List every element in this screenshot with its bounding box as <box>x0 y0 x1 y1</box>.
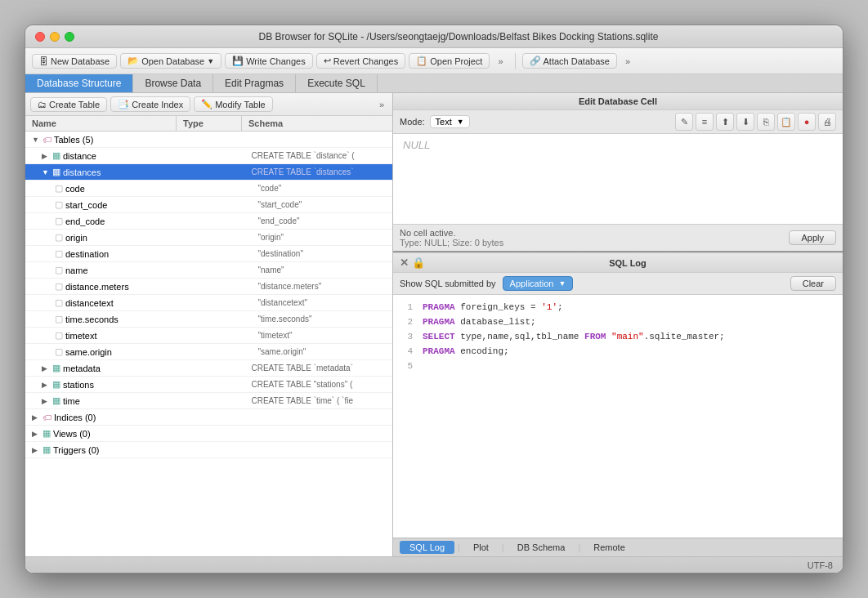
source-select[interactable]: Application ▼ <box>503 276 574 291</box>
list-item[interactable]: ▶ ▦ distance CREATE TABLE `distance` ( <box>25 148 392 164</box>
expand-icon: ▶ <box>32 446 40 454</box>
expand-icon: ▶ <box>42 397 50 405</box>
new-database-button[interactable]: 🗄 New Database <box>32 54 117 69</box>
list-item[interactable]: ▢timetext "timetext" <box>25 328 392 344</box>
cell-paste-icon[interactable]: 📋 <box>777 113 795 131</box>
attach-database-button[interactable]: 🔗 Attach Database <box>522 53 617 69</box>
left-panel: 🗂 Create Table 📑 Create Index ✏️ Modify … <box>25 93 393 556</box>
column-icon: ▢ <box>55 183 63 194</box>
create-table-button[interactable]: 🗂 Create Table <box>30 97 107 112</box>
sql-line: 2 PRAGMA database_list; <box>400 315 836 329</box>
list-item[interactable]: ▼ ▦ distances CREATE TABLE `distances` <box>25 164 392 181</box>
null-label: NULL <box>398 134 435 156</box>
traffic-lights <box>35 32 74 42</box>
views-icon: ▦ <box>43 428 51 439</box>
tab-sql-log[interactable]: SQL Log <box>400 541 454 554</box>
maximize-button[interactable] <box>65 32 74 42</box>
main-content: 🗂 Create Table 📑 Create Index ✏️ Modify … <box>25 93 843 556</box>
tab-database-structure[interactable]: Database Structure <box>25 74 133 92</box>
tree-header: Name Type Schema <box>25 116 392 132</box>
column-icon: ▢ <box>55 265 63 275</box>
expand-icon: ▼ <box>42 168 50 176</box>
folder-icon: 🏷 <box>43 135 51 145</box>
list-item[interactable]: ▢destination "destination" <box>25 246 392 262</box>
list-item[interactable]: ▢time.seconds "time.seconds" <box>25 311 392 328</box>
index-icon: 📑 <box>118 99 129 109</box>
project-icon: 📋 <box>416 56 427 66</box>
main-toolbar: 🗄 New Database 📂 Open Database ▼ 💾 Write… <box>25 48 843 74</box>
modify-icon: ✏️ <box>201 99 213 109</box>
sql-line: 1 PRAGMA foreign_keys = '1'; <box>400 300 836 315</box>
sql-log-header: ✕ 🔒 SQL Log <box>393 252 843 273</box>
list-item[interactable]: ▢end_code "end_code" <box>25 213 392 230</box>
table-icon: ▦ <box>52 363 60 373</box>
list-item[interactable]: ▢origin "origin" <box>25 230 392 246</box>
toolbar-more2-button[interactable]: » <box>620 55 635 68</box>
cell-null-icon[interactable]: ● <box>798 113 816 131</box>
column-icon: ▢ <box>55 330 63 341</box>
cell-status: No cell active. Type: NULL; Size: 0 byte… <box>393 224 843 251</box>
list-item[interactable]: ▶ ▦ Triggers (0) <box>25 442 392 458</box>
close-button[interactable] <box>35 32 45 42</box>
expand-icon: ▶ <box>32 413 40 422</box>
table-icon: ▦ <box>52 150 60 161</box>
list-item[interactable]: ▢same.origin "same.origin" <box>25 344 392 360</box>
tab-browse-data[interactable]: Browse Data <box>133 74 213 92</box>
chevron-down-icon: ▼ <box>558 279 566 288</box>
chevron-down-icon: ▼ <box>457 118 464 126</box>
mode-select[interactable]: Text ▼ <box>430 115 470 128</box>
cell-editor: Edit Database Cell Mode: Text ▼ ✎ ≡ ⬆ ⬇ … <box>393 93 843 252</box>
list-item[interactable]: ▶ 🏷 Indices (0) <box>25 409 392 426</box>
tab-remote[interactable]: Remote <box>584 541 635 554</box>
table-icon: ▦ <box>52 167 60 177</box>
window-title: DB Browser for SQLite - /Users/seongtaej… <box>84 31 833 42</box>
left-toolbar: 🗂 Create Table 📑 Create Index ✏️ Modify … <box>25 93 392 116</box>
column-icon: ▢ <box>55 199 63 210</box>
sql-line: 4 PRAGMA encoding; <box>400 344 836 359</box>
list-item[interactable]: ▼ 🏷 Tables (5) <box>25 132 392 148</box>
tab-db-schema[interactable]: DB Schema <box>508 541 575 554</box>
tab-plot[interactable]: Plot <box>463 541 499 554</box>
list-item[interactable]: ▢code "code" <box>25 181 392 197</box>
list-item[interactable]: ▶ ▦ time CREATE TABLE `time` ( `fie <box>25 393 392 409</box>
modify-table-button[interactable]: ✏️ Modify Table <box>194 96 273 112</box>
list-item[interactable]: ▶ ▦ Views (0) <box>25 426 392 442</box>
column-icon: ▢ <box>55 314 63 324</box>
toolbar-more-button[interactable]: » <box>493 55 508 68</box>
expand-icon: ▶ <box>42 381 50 389</box>
list-item[interactable]: ▶ ▦ metadata CREATE TABLE `metadata` <box>25 360 392 377</box>
table-icon: 🗂 <box>38 100 47 109</box>
status-bar: UTF-8 <box>25 556 843 573</box>
open-database-button[interactable]: 📂 Open Database ▼ <box>120 53 221 69</box>
cell-editor-toolbar: Mode: Text ▼ ✎ ≡ ⬆ ⬇ ⎘ 📋 ● 🖨 <box>393 110 843 134</box>
column-icon: ▢ <box>55 346 63 357</box>
list-item[interactable]: ▶ ▦ stations CREATE TABLE "stations" ( <box>25 377 392 393</box>
write-icon: 💾 <box>232 56 244 66</box>
cell-align-icon[interactable]: ≡ <box>696 113 714 131</box>
tab-edit-pragmas[interactable]: Edit Pragmas <box>213 74 296 92</box>
cell-import-icon[interactable]: ⬆ <box>716 113 734 131</box>
tab-execute-sql[interactable]: Execute SQL <box>296 74 378 92</box>
cell-edit-icon[interactable]: ✎ <box>675 113 693 131</box>
left-toolbar-more[interactable]: » <box>376 98 387 111</box>
main-window: DB Browser for SQLite - /Users/seongtaej… <box>25 25 843 573</box>
table-icon: ▦ <box>52 379 60 390</box>
list-item[interactable]: ▢start_code "start_code" <box>25 197 392 213</box>
cell-print-icon[interactable]: 🖨 <box>818 113 836 131</box>
clear-button[interactable]: Clear <box>790 276 836 291</box>
list-item[interactable]: ▢distance.meters "distance.meters" <box>25 279 392 295</box>
cell-export-icon[interactable]: ⬇ <box>736 113 754 131</box>
cell-editor-header: Edit Database Cell <box>393 93 843 110</box>
list-item[interactable]: ▢name "name" <box>25 262 392 279</box>
column-icon: ▢ <box>55 232 63 243</box>
list-item[interactable]: ▢distancetext "distancetext" <box>25 295 392 311</box>
minimize-button[interactable] <box>50 32 60 42</box>
apply-button[interactable]: Apply <box>789 230 836 245</box>
open-project-button[interactable]: 📋 Open Project <box>409 53 490 69</box>
revert-changes-button[interactable]: ↩ Revert Changes <box>316 53 406 69</box>
cell-copy-icon[interactable]: ⎘ <box>757 113 775 131</box>
create-index-button[interactable]: 📑 Create Index <box>110 96 190 112</box>
toolbar-separator <box>515 53 516 69</box>
close-icon[interactable]: ✕ <box>400 257 409 269</box>
write-changes-button[interactable]: 💾 Write Changes <box>225 53 313 69</box>
